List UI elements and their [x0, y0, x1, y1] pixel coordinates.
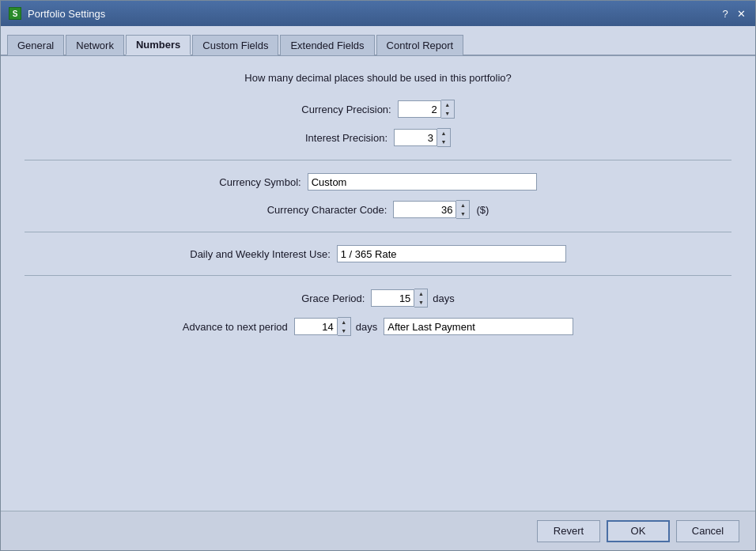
content-area: How many decimal places should be used i… — [1, 56, 755, 511]
currency-char-code-input[interactable] — [393, 201, 456, 218]
dialog-title: Portfolio Settings — [28, 8, 105, 20]
footer: Revert OK Cancel — [1, 511, 755, 550]
advance-period-up[interactable]: ▲ — [338, 318, 350, 326]
currency-precision-down[interactable]: ▼ — [441, 109, 454, 118]
currency-precision-row: Currency Precision: ▲ ▼ — [25, 100, 731, 119]
currency-precision-up[interactable]: ▲ — [441, 100, 454, 109]
currency-symbol-row: Currency Symbol: Custom Dollar ($) Euro … — [25, 173, 731, 191]
advance-period-when-select-wrapper: After Last Payment After Due Date After … — [384, 318, 573, 335]
currency-char-code-row: Currency Character Code: ▲ ▼ ($) — [25, 200, 731, 219]
advance-period-spinner: ▲ ▼ — [294, 317, 351, 336]
grace-period-down[interactable]: ▼ — [414, 298, 427, 307]
tab-numbers[interactable]: Numbers — [126, 35, 191, 55]
interest-precision-label: Interest Precision: — [305, 132, 387, 144]
currency-symbol-label: Currency Symbol: — [219, 176, 301, 188]
grace-period-up[interactable]: ▲ — [414, 289, 427, 298]
interest-precision-up[interactable]: ▲ — [437, 129, 450, 138]
tab-bar: General Network Numbers Custom Fields Ex… — [1, 26, 755, 56]
tab-network[interactable]: Network — [66, 35, 124, 55]
tab-custom-fields[interactable]: Custom Fields — [192, 35, 278, 55]
interest-precision-spinner: ▲ ▼ — [394, 128, 451, 147]
daily-weekly-label: Daily and Weekly Interest Use: — [190, 248, 331, 260]
tab-extended-fields[interactable]: Extended Fields — [280, 35, 374, 55]
currency-precision-spinner: ▲ ▼ — [398, 100, 455, 119]
help-button[interactable]: ? — [719, 7, 731, 20]
currency-char-code-up[interactable]: ▲ — [456, 201, 469, 209]
currency-symbol-select-wrapper: Custom Dollar ($) Euro (€) Pound (£) Yen… — [308, 173, 537, 191]
grace-period-label: Grace Period: — [301, 292, 365, 304]
currency-char-code-spinner: ▲ ▼ — [393, 200, 470, 219]
currency-char-code-down[interactable]: ▼ — [456, 209, 469, 218]
advance-period-when-select[interactable]: After Last Payment After Due Date After … — [384, 318, 573, 335]
advance-period-input[interactable] — [294, 318, 338, 335]
interest-precision-input[interactable] — [394, 129, 437, 146]
app-icon: S — [9, 7, 21, 20]
advance-period-label: Advance to next period — [183, 321, 288, 333]
currency-precision-input[interactable] — [398, 100, 441, 118]
daily-weekly-select-wrapper: 1 / 365 Rate 1 / 360 Rate 1 / 364 Rate — [337, 245, 566, 262]
cancel-button[interactable]: Cancel — [676, 520, 739, 542]
title-bar: S Portfolio Settings ? ✕ — [1, 1, 755, 26]
currency-precision-label: Currency Precision: — [301, 104, 391, 115]
close-button[interactable]: ✕ — [735, 7, 747, 20]
daily-weekly-row: Daily and Weekly Interest Use: 1 / 365 R… — [25, 245, 731, 262]
tab-control-report[interactable]: Control Report — [376, 35, 464, 55]
daily-weekly-select[interactable]: 1 / 365 Rate 1 / 360 Rate 1 / 364 Rate — [337, 245, 566, 262]
grace-period-spinner: ▲ ▼ — [371, 289, 428, 308]
currency-char-code-label: Currency Character Code: — [267, 204, 387, 216]
revert-button[interactable]: Revert — [537, 520, 600, 542]
grace-period-input[interactable] — [371, 289, 414, 307]
tab-general[interactable]: General — [7, 35, 64, 55]
grace-period-row: Grace Period: ▲ ▼ days — [25, 289, 731, 308]
grace-period-unit: days — [433, 292, 454, 304]
ok-button[interactable]: OK — [607, 520, 670, 542]
advance-period-row: Advance to next period ▲ ▼ days After La… — [25, 317, 731, 336]
interest-precision-row: Interest Precision: ▲ ▼ — [25, 128, 731, 147]
interest-precision-down[interactable]: ▼ — [437, 138, 450, 146]
advance-period-unit: days — [356, 321, 377, 333]
advance-period-down[interactable]: ▼ — [338, 326, 350, 335]
question-text: How many decimal places should be used i… — [25, 72, 731, 84]
portfolio-settings-dialog: S Portfolio Settings ? ✕ General Network… — [0, 0, 756, 551]
currency-symbol-select[interactable]: Custom Dollar ($) Euro (€) Pound (£) Yen… — [308, 173, 537, 191]
currency-code-display: ($) — [476, 204, 489, 216]
